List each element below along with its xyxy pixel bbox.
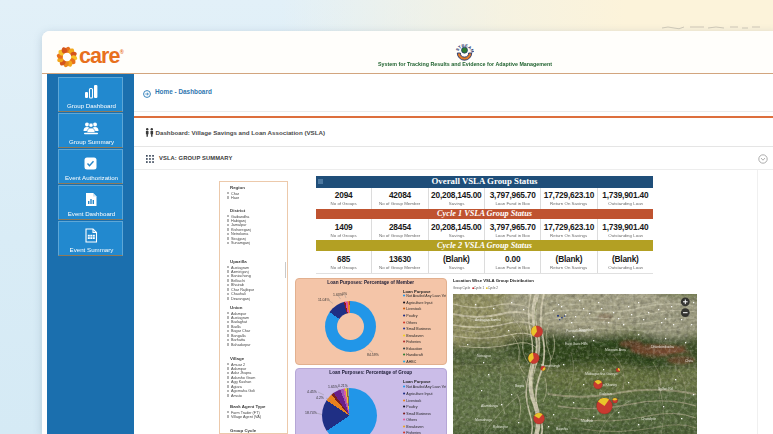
svg-text:Rohanpur: Rohanpur (493, 425, 509, 429)
svg-text:Muktagachha Gareya: Muktagachha Gareya (585, 372, 618, 376)
svg-text:Bogra: Bogra (515, 384, 524, 388)
svg-text:Baushia: Baushia (556, 427, 568, 431)
svg-text:East Garo Hills: East Garo Hills (565, 342, 588, 346)
svg-text:Gaibitan: Gaibitan (599, 392, 612, 396)
svg-text:Sylhet Rd: Sylhet Rd (658, 387, 673, 391)
svg-text:Ambagan Samiul: Ambagan Samiul (475, 318, 501, 322)
svg-text:Nagorbari: Nagorbari (579, 328, 594, 332)
svg-text:Chandpur: Chandpur (641, 417, 657, 421)
svg-text:Muradnaga: Muradnaga (475, 418, 492, 422)
svg-text:Madhab: Madhab (581, 419, 593, 423)
svg-text:Mizoram Area: Mizoram Area (605, 348, 626, 352)
svg-text:Dhanbonbacha: Dhanbonbacha (651, 345, 674, 349)
svg-text:Alamdanga: Alamdanga (481, 404, 498, 408)
svg-text:Chita: Chita (685, 359, 693, 363)
svg-text:Netrajpur: Netrajpur (477, 354, 492, 358)
